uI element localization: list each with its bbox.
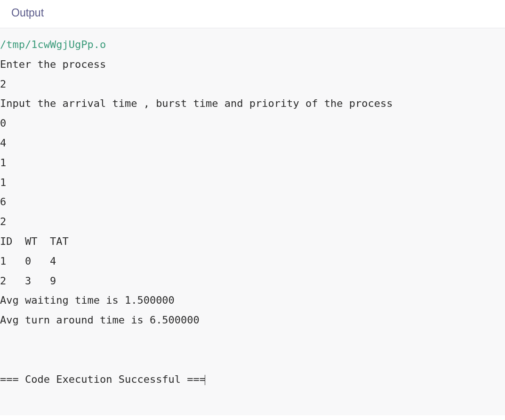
output-line: 2 3 9 [0,275,56,287]
output-path: /tmp/1cwWgjUgPp.o [0,39,106,50]
output-header: Output [0,0,505,28]
output-line: 1 0 4 [0,255,56,267]
output-line: Enter the process [0,58,106,70]
output-line: 2 [0,216,6,227]
output-line: === Code Execution Successful === [0,373,206,385]
output-line: 1 [0,177,6,188]
output-line: 1 [0,157,6,169]
output-line: Input the arrival time , burst time and … [0,97,393,109]
output-title: Output [11,7,494,19]
text-cursor [205,375,205,385]
output-line: Avg turn around time is 6.500000 [0,314,200,326]
output-line: 6 [0,196,6,208]
output-line: Avg waiting time is 1.500000 [0,294,175,306]
output-console[interactable]: /tmp/1cwWgjUgPp.o Enter the process 2 In… [0,28,505,415]
output-line: 4 [0,137,6,149]
output-line: 2 [0,78,6,90]
output-line: 0 [0,117,6,129]
output-line: ID WT TAT [0,235,69,247]
